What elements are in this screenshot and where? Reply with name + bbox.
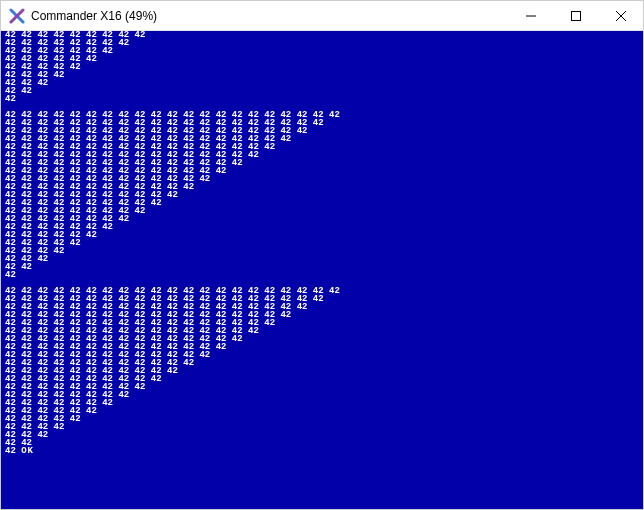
- minimize-icon: [526, 11, 536, 21]
- terminal-row: 42 42: [5, 439, 340, 447]
- maximize-icon: [571, 11, 581, 21]
- terminal-row: 42 42 42 42: [5, 247, 340, 255]
- terminal-row: 42 42 42: [5, 79, 340, 87]
- ok-prompt: OK: [21, 446, 34, 456]
- maximize-button[interactable]: [553, 1, 598, 31]
- window-titlebar: Commander X16 (49%): [1, 1, 643, 31]
- terminal-row: 42 42: [5, 263, 340, 271]
- close-icon: [616, 11, 626, 21]
- terminal-row: 42 42 42 42: [5, 423, 340, 431]
- terminal-row: 42 42: [5, 87, 340, 95]
- minimize-button[interactable]: [508, 1, 553, 31]
- terminal-row: 42 42 42: [5, 255, 340, 263]
- terminal-output: 42 42 42 42 42 42 42 42 4242 42 42 42 42…: [5, 31, 340, 455]
- svg-rect-3: [571, 11, 580, 20]
- window-title: Commander X16 (49%): [31, 9, 157, 23]
- emulator-screen[interactable]: 42 42 42 42 42 42 42 42 4242 42 42 42 42…: [1, 31, 643, 509]
- app-icon: [9, 8, 25, 24]
- close-button[interactable]: [598, 1, 643, 31]
- terminal-row: 42: [5, 95, 340, 103]
- terminal-row: 42 OK: [5, 447, 340, 455]
- terminal-row: 42: [5, 271, 340, 279]
- terminal-row: 42 42 42: [5, 431, 340, 439]
- terminal-row: 42 42 42 42: [5, 71, 340, 79]
